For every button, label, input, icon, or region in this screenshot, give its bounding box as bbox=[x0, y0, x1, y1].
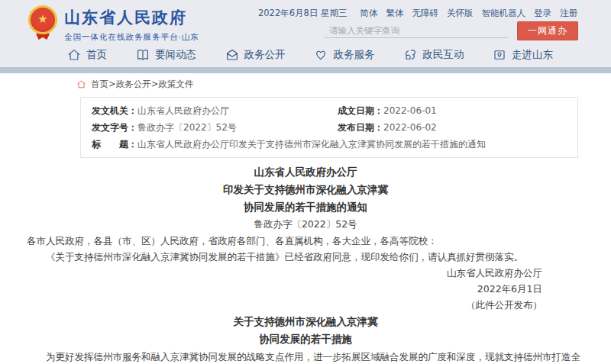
meta-label: 标 题： bbox=[92, 139, 137, 150]
section-title-line: 协同发展的若干措施 bbox=[27, 330, 584, 348]
link-accessibility[interactable]: 无障碍 bbox=[412, 8, 439, 19]
main-nav: 首页 要闻动态 政务公开 政务服务 政民互动 走进山东 bbox=[67, 43, 553, 66]
meta-label: 成文日期： bbox=[338, 105, 383, 116]
document-body: 山东省人民政府办公厅 印发关于支持德州市深化融入京津冀 协同发展的若干措施的通知… bbox=[27, 163, 584, 364]
book-icon bbox=[136, 48, 150, 62]
signature-org: 山东省人民政府办公厅 bbox=[27, 265, 584, 281]
meta-value: 山东省人民政府办公厅 bbox=[137, 105, 229, 116]
nav-label: 政民互动 bbox=[422, 48, 464, 62]
emblem-drape bbox=[36, 34, 50, 40]
paragraph: 各市人民政府，各县（市、区）人民政府，省政府各部门、各直属机构，各大企业，各高等… bbox=[27, 233, 584, 249]
nav-label: 要闻动态 bbox=[155, 48, 196, 62]
page-content: 首页>政务公开>政策文件 发文机关：山东省人民政府办公厅 成文日期：2022-0… bbox=[0, 79, 611, 364]
meta-row: 发文字号：鲁政办字〔2022〕52号 发布日期：2022-06-02 bbox=[92, 119, 567, 136]
search-input[interactable] bbox=[325, 24, 508, 38]
current-date: 2022年6月8日 星期三 bbox=[258, 8, 348, 19]
link-register[interactable]: 注册 bbox=[560, 8, 577, 19]
nav-item-home[interactable]: 首页 bbox=[67, 48, 107, 62]
heart-icon bbox=[314, 48, 328, 62]
search-bar: 一网通办 bbox=[325, 21, 578, 40]
meta-value: 2022-06-01 bbox=[383, 105, 437, 116]
national-emblem-icon: ★ bbox=[28, 5, 57, 34]
nav-label: 政务公开 bbox=[244, 48, 286, 62]
site-header: ★ 山东省人民政府 全国一体化在线政务服务平台·山东 2022年6月8日 星期三… bbox=[0, 0, 611, 67]
meta-title: 标 题：山东省人民政府办公厅印发关于支持德州市深化融入京津冀协同发展的若干措施的… bbox=[92, 136, 486, 153]
meta-row: 发文机关：山东省人民政府办公厅 成文日期：2022-06-01 bbox=[92, 102, 567, 119]
meta-issuing-org: 发文机关：山东省人民政府办公厅 bbox=[92, 102, 338, 119]
site-title-block: 山东省人民政府 全国一体化在线政务服务平台·山东 bbox=[64, 7, 199, 43]
meta-row: 标 题：山东省人民政府办公厅印发关于支持德州市深化融入京津冀协同发展的若干措施的… bbox=[92, 136, 567, 153]
signature-date: 2022年6月1日 bbox=[27, 281, 584, 297]
breadcrumb[interactable]: 首页>政务公开>政策文件 bbox=[76, 79, 611, 90]
section-title-line: 关于支持德州市深化融入京津冀 bbox=[27, 313, 584, 330]
breadcrumb-home-icon bbox=[76, 79, 86, 89]
meta-label: 发文机关： bbox=[92, 105, 137, 116]
nav-item-news[interactable]: 要闻动态 bbox=[136, 48, 196, 62]
nav-label: 首页 bbox=[86, 48, 107, 62]
header-divider-strip bbox=[0, 67, 611, 73]
utility-bar: 2022年6月8日 星期三 简体 繁体 无障碍 关怀版 智能机器人 登录 注册 bbox=[258, 8, 577, 19]
mail-icon bbox=[225, 48, 239, 62]
meta-written-date: 成文日期：2022-06-01 bbox=[338, 102, 567, 119]
link-care-version[interactable]: 关怀版 bbox=[447, 8, 474, 19]
link-login[interactable]: 登录 bbox=[534, 8, 551, 19]
doc-number-line: 鲁政办字〔2022〕52号 bbox=[27, 216, 584, 233]
signature-note: （此件公开发布） bbox=[27, 297, 584, 313]
site-subtitle: 全国一体化在线政务服务平台·山东 bbox=[64, 32, 199, 43]
doc-title-line: 印发关于支持德州市深化融入京津冀 bbox=[27, 181, 584, 198]
meta-value: 鲁政办字〔2022〕52号 bbox=[137, 122, 237, 133]
interaction-icon bbox=[403, 48, 417, 62]
meta-publish-date: 发布日期：2022-06-02 bbox=[338, 119, 567, 136]
site-title[interactable]: 山东省人民政府 bbox=[64, 7, 199, 28]
meta-doc-number: 发文字号：鲁政办字〔2022〕52号 bbox=[92, 119, 338, 136]
emblem-star-icon: ★ bbox=[37, 14, 47, 25]
nav-label: 走进山东 bbox=[512, 48, 553, 62]
meta-label: 发布日期： bbox=[338, 122, 383, 133]
link-smart-robot[interactable]: 智能机器人 bbox=[482, 8, 526, 19]
doc-title-line: 协同发展的若干措施的通知 bbox=[27, 198, 584, 216]
yiwangtongban-button[interactable]: 一网通办 bbox=[517, 21, 578, 40]
link-simplified-chinese[interactable]: 简体 bbox=[360, 8, 378, 19]
map-pin-icon bbox=[493, 48, 506, 62]
meta-label: 发文字号： bbox=[92, 122, 137, 133]
nav-item-interaction[interactable]: 政民互动 bbox=[403, 48, 464, 62]
meta-value: 山东省人民政府办公厅印发关于支持德州市深化融入京津冀协同发展的若干措施的通知 bbox=[137, 139, 486, 150]
doc-title-line: 山东省人民政府办公厅 bbox=[27, 163, 584, 181]
document-meta-box: 发文机关：山东省人民政府办公厅 成文日期：2022-06-01 发文字号：鲁政办… bbox=[80, 97, 578, 158]
nav-label: 政务服务 bbox=[333, 48, 374, 62]
home-icon bbox=[67, 48, 81, 62]
link-traditional-chinese[interactable]: 繁体 bbox=[386, 8, 404, 19]
paragraph: 《关于支持德州市深化融入京津冀协同发展的若干措施》已经省政府同意，现印发给你们，… bbox=[27, 249, 584, 265]
paragraph: 为更好发挥德州市服务和融入京津冀协同发展的战略支点作用，进一步拓展区域融合发展的… bbox=[27, 348, 584, 364]
nav-item-gov-services[interactable]: 政务服务 bbox=[314, 48, 374, 62]
meta-value: 2022-06-02 bbox=[383, 122, 437, 133]
nav-item-about-shandong[interactable]: 走进山东 bbox=[493, 48, 553, 62]
breadcrumb-text: 首页>政务公开>政策文件 bbox=[91, 79, 193, 90]
nav-item-gov-info[interactable]: 政务公开 bbox=[225, 48, 286, 62]
